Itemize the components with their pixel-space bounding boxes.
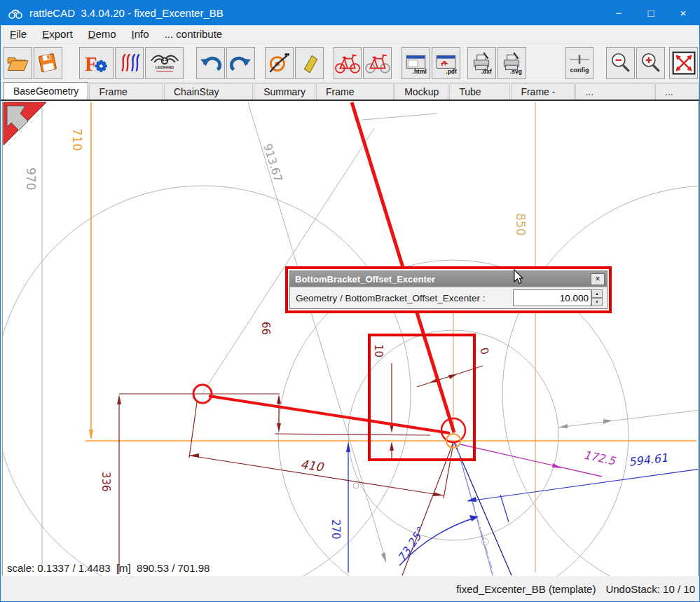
tab-bar: BaseGeometry Frame Details ChainStay Det… [1,83,699,101]
project-config-button[interactable]: F [79,47,114,79]
html-export-icon: .html [404,50,429,76]
bike-geometry-button[interactable] [334,47,362,79]
redo-arrow-icon [228,50,253,76]
reference-lines-orange [85,102,696,573]
dialog-title-bar[interactable]: BottomBracket_Offset_Excenter × [290,271,607,287]
construction-lines [3,102,699,577]
title-bar[interactable]: rattleCAD 3.4.04.20 - fixed_Excenter_BB … [1,1,699,25]
zoom-in-button[interactable] [636,47,665,79]
window-title: rattleCAD 3.4.04.20 - fixed_Excenter_BB [29,7,603,19]
tab-chainstay-details[interactable]: ChainStay Details [164,83,253,100]
tab-summary[interactable]: Summary [254,83,315,100]
corner-marker-icon[interactable] [4,102,46,145]
dialog-close-button[interactable]: × [591,273,605,285]
zoom-fit-button[interactable] [669,47,698,79]
redo-button[interactable] [226,47,255,79]
minimize-button[interactable]: − [603,1,635,25]
canvas-config-button[interactable]: config [565,47,594,79]
maximize-button[interactable]: □ [635,1,667,25]
menu-file[interactable]: File [2,25,34,43]
menu-demo[interactable]: Demo [81,25,124,43]
dim-label-66: 66 [259,322,272,335]
dim-label-410: 410 [299,457,325,474]
parameter-dialog: BottomBracket_Offset_Excenter × Geometry… [289,271,608,309]
road-bike-gray-icon [365,50,390,76]
dim-label-710: 710 [70,128,84,151]
tab-tube-miter[interactable]: Tube Miter [449,83,510,100]
tab-info[interactable]: ... info [655,83,699,100]
zoom-in-icon [638,50,664,76]
spinner-down-button[interactable]: ▼ [591,298,603,306]
dim-label-10: 10 [372,344,385,357]
spinner-up-button[interactable]: ▲ [591,289,603,298]
svg-text:F: F [85,53,97,75]
edit-eraser-button[interactable] [295,47,324,79]
save-file-button[interactable] [34,47,62,79]
floppy-save-icon [35,50,60,76]
parameter-spinner: ▲ ▼ [591,289,603,306]
tab-mockup[interactable]: Mockup [394,83,448,100]
export-pdf-button[interactable]: .pdf [432,47,460,79]
parameter-dialog-highlight: BottomBracket_Offset_Excenter × Geometry… [285,266,612,313]
legnano-demo-button[interactable]: LEGNANO [145,47,184,79]
zoom-out-icon [608,50,633,76]
eraser-icon [296,50,322,76]
tube-profiles-button[interactable] [115,47,144,79]
svg-text:config: config [570,67,589,74]
current-file-label: fixed_Excenter_BB (template) [456,583,596,595]
dialog-body: Geometry / BottomBracket_Offset_Excenter… [290,287,607,308]
undo-button[interactable] [196,47,225,79]
dimension-magenta [460,444,602,477]
dim-label-336: 336 [99,472,112,492]
svg-text:.svg: .svg [510,68,522,75]
toolbar: F [1,44,699,83]
tab-frame-jig[interactable]: Frame - Jig [511,83,575,100]
svg-printer-icon: .svg [499,50,524,76]
app-window: rattleCAD 3.4.04.20 - fixed_Excenter_BB … [0,0,700,602]
close-button[interactable]: × [667,1,699,25]
app-logo-icon [7,6,24,21]
dxf-printer-icon: .dxf [469,50,494,76]
export-dxf-button[interactable]: .dxf [467,47,496,79]
export-html-button[interactable]: .html [402,47,430,79]
export-svg-button[interactable]: .svg [497,47,526,79]
dim-label-913: 913.67 [261,142,285,184]
pdf-export-icon: .pdf [434,50,459,76]
dim-label-850: 850 [514,213,528,235]
zoom-out-button[interactable] [606,47,635,79]
dim-label-970: 970 [24,167,38,190]
svg-text:LEGNANO: LEGNANO [155,65,173,69]
tab-basegeometry[interactable]: BaseGeometry [4,82,88,100]
legnano-wings-icon: LEGNANO [147,50,182,76]
dim-label-270: 270 [329,519,342,540]
f-gear-icon: F [83,50,111,76]
undo-arrow-icon [198,50,224,76]
dialog-title: BottomBracket_Offset_Excenter [290,274,591,285]
dimension-labels: 970 710 913.67 850 66 10 0 410 336 270 7… [24,128,668,564]
svg-text:.pdf: .pdf [446,68,457,75]
menu-bar: File Export Demo Info ... contribute [1,25,699,44]
sprocket-icon [266,50,291,76]
dialog-parameter-label: Geometry / BottomBracket_Offset_Excenter… [290,293,513,303]
tab-frame-details[interactable]: Frame Details [89,83,163,100]
crank-sprocket-button[interactable] [265,47,294,79]
tab-components[interactable]: ... Components [575,83,654,100]
tab-frame-drafting[interactable]: Frame Drafting [316,83,394,100]
scale-status: scale: 0.1337 / 1.4483 [m] 890.53 / 701.… [7,562,210,574]
menu-info[interactable]: Info [124,25,157,43]
tube-curves-icon [117,50,142,76]
parameter-value-input[interactable] [513,289,591,306]
road-bike-icon [335,50,360,76]
dim-label-594: 594.61 [628,451,668,469]
menu-contribute[interactable]: ... contribute [157,25,231,43]
svg-text:.html: .html [412,68,426,75]
open-file-button[interactable] [4,47,32,79]
menu-export[interactable]: Export [34,25,80,43]
dim-label-172: 172.5 [582,448,617,467]
drawing-canvas[interactable]: 970 710 913.67 850 66 10 0 410 336 270 7… [2,102,699,577]
config-slider-icon: config [567,50,592,76]
status-bar: fixed_Excenter_BB (template) UndoStack: … [1,576,699,601]
folder-open-icon [5,50,30,76]
bike-mockup-button[interactable] [363,47,392,79]
cad-drawing: 970 710 913.67 850 66 10 0 410 336 270 7… [3,102,699,577]
